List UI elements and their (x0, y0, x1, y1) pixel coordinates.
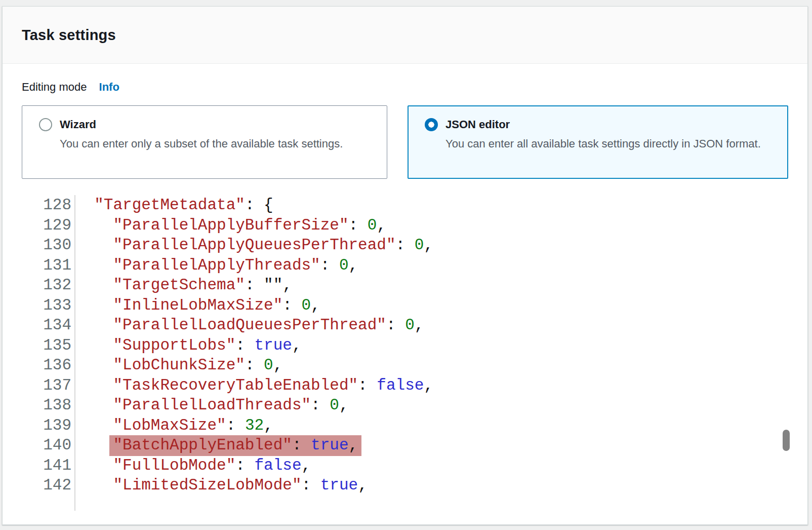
tile-wizard[interactable]: Wizard You can enter only a subset of th… (22, 105, 387, 179)
line-number: 141 (22, 456, 75, 476)
line-number: 138 (22, 395, 75, 415)
json-editor-label: JSON editor (445, 117, 761, 132)
json-code-editor[interactable]: 128 "TargetMetadata": {129 "ParallelAppl… (22, 195, 788, 511)
code-line-empty (22, 496, 788, 511)
panel-header: Task settings (3, 7, 807, 64)
code-line: 141 "FullLobMode": false, (22, 456, 788, 476)
line-number: 136 (22, 355, 75, 375)
code-line: 138 "ParallelLoadThreads": 0, (22, 395, 788, 415)
editing-mode-row: Editing mode Info (22, 80, 788, 95)
line-number: 130 (22, 235, 75, 255)
json-editor-description: You can enter all available task setting… (445, 135, 761, 152)
code-line: 140 "BatchApplyEnabled": true, (22, 435, 788, 456)
line-number: 129 (22, 215, 75, 236)
code-line: 133 "InlineLobMaxSize": 0, (22, 295, 788, 316)
line-number: 140 (22, 435, 75, 456)
code-line: 131 "ParallelApplyThreads": 0, (22, 255, 788, 276)
info-link[interactable]: Info (99, 81, 119, 93)
line-number: 137 (22, 375, 75, 396)
code-line: 134 "ParallelLoadQueuesPerThread": 0, (22, 315, 788, 335)
line-number: 131 (22, 255, 75, 276)
tile-json-editor[interactable]: JSON editor You can enter all available … (408, 105, 788, 179)
wizard-radio-icon[interactable] (39, 118, 52, 131)
editing-mode-label: Editing mode (22, 81, 87, 93)
editing-mode-tiles: Wizard You can enter only a subset of th… (22, 105, 788, 179)
code-line: 137 "TaskRecoveryTableEnabled": false, (22, 375, 788, 396)
line-number: 133 (22, 295, 75, 316)
code-line: 136 "LobChunkSize": 0, (22, 355, 788, 375)
code-line: 130 "ParallelApplyQueuesPerThread": 0, (22, 235, 788, 255)
code-line: 129 "ParallelApplyBufferSize": 0, (22, 215, 788, 236)
json-editor-radio-icon[interactable] (425, 118, 438, 131)
line-number: 142 (22, 475, 75, 496)
code-line: 142 "LimitedSizeLobMode": true, (22, 475, 788, 496)
page-title: Task settings (22, 27, 807, 44)
line-number: 132 (22, 275, 75, 295)
code-line: 132 "TargetSchema": "", (22, 275, 788, 295)
wizard-description: You can enter only a subset of the avail… (60, 135, 343, 152)
panel-body: Editing mode Info Wizard You can enter o… (3, 80, 807, 511)
wizard-label: Wizard (60, 117, 343, 132)
code-line: 135 "SupportLobs": true, (22, 335, 788, 356)
code-line: 128 "TargetMetadata": { (22, 195, 788, 215)
line-number: 128 (22, 195, 75, 215)
line-number: 135 (22, 335, 75, 356)
code-line: 139 "LobMaxSize": 32, (22, 415, 788, 436)
vertical-scrollbar-thumb[interactable] (783, 430, 790, 451)
task-settings-panel: Task settings Editing mode Info Wizard Y… (2, 6, 808, 525)
line-number: 139 (22, 415, 75, 436)
highlighted-code: "BatchApplyEnabled": true, (113, 435, 358, 456)
line-number: 134 (22, 315, 75, 335)
